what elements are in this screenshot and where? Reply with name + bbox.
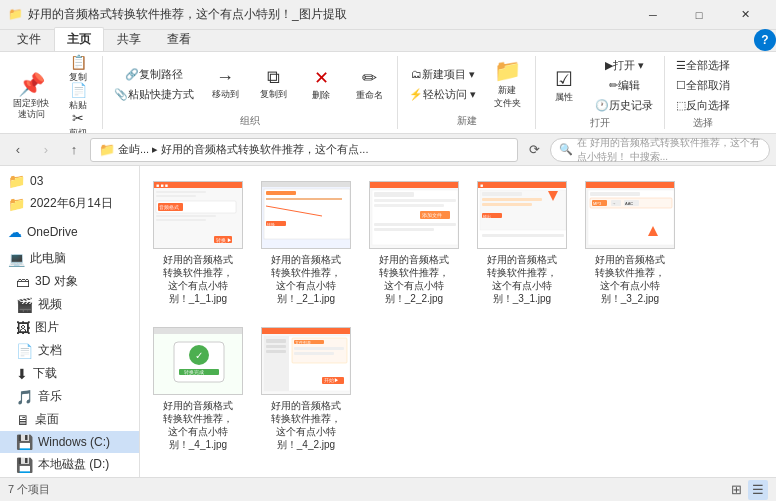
- organize-label: 组织: [109, 112, 391, 130]
- tab-home[interactable]: 主页: [54, 27, 104, 51]
- sidebar-item-thispc[interactable]: 💻 此电脑: [0, 247, 139, 270]
- newfolder-button[interactable]: 📁 新建文件夹: [485, 56, 529, 112]
- svg-rect-24: [374, 199, 456, 202]
- sidebar-item-onedrive[interactable]: ☁ OneDrive: [0, 221, 139, 243]
- properties-button[interactable]: ☑ 属性: [542, 57, 586, 113]
- sidebar-item-video[interactable]: 🎬 视频: [0, 293, 139, 316]
- search-box[interactable]: 🔍 在 好用的音频格式转换软件推荐，这个有点小特别！ 中搜索...: [550, 138, 770, 162]
- easyaccess-button[interactable]: ⚡ 轻松访问 ▾: [404, 85, 481, 103]
- openfile-button[interactable]: ▶ 打开 ▾: [590, 56, 658, 74]
- file-item-6[interactable]: ✓ 转换完成 好用的音频格式转换软件推荐，这个有点小特别！_4_1.jpg: [148, 320, 248, 458]
- svg-rect-40: [482, 234, 564, 237]
- svg-text:转换 ▶: 转换 ▶: [216, 237, 232, 243]
- tab-file[interactable]: 文件: [4, 27, 54, 51]
- file-item-5[interactable]: MP3 → AAC 好用的音频格式转换软件推荐，这个有点小特别！_3_2.jpg: [580, 174, 680, 312]
- folder-icon-03: 📁: [8, 173, 25, 189]
- svg-rect-64: [266, 339, 286, 343]
- svg-text:输出: 输出: [483, 214, 491, 219]
- file-item-2[interactable]: 转换 好用的音频格式转换软件推荐，这个有点小特别！_2_1.jpg: [256, 174, 356, 312]
- svg-text:文件列表: 文件列表: [295, 340, 311, 345]
- pasteshortcut-label: 粘贴快捷方式: [128, 87, 194, 102]
- close-button[interactable]: ✕: [722, 0, 768, 30]
- sidebar-item-3d[interactable]: 🗃 3D 对象: [0, 270, 139, 293]
- invertselect-button[interactable]: ⬚ 反向选择: [671, 96, 735, 114]
- selectnone-button[interactable]: ☐ 全部取消: [671, 76, 735, 94]
- selectnone-label: 全部取消: [686, 78, 730, 93]
- file-item-4[interactable]: ■ 输出 好用的音频格式转换软件推荐，这个有点小特别！_3_1.jpg: [472, 174, 572, 312]
- easyaccess-label: 轻松访问 ▾: [423, 87, 476, 102]
- rename-icon: ✏: [362, 67, 377, 89]
- file-item-7[interactable]: 文件列表 开始▶ 好用的音频格式转换软件推荐，这个有点小特别！_4_2.jpg: [256, 320, 356, 458]
- sidebar-label-music: 音乐: [38, 388, 62, 405]
- view-icon-grid[interactable]: ⊞: [726, 480, 746, 500]
- locald-icon: 💾: [16, 457, 33, 473]
- view-icon-list[interactable]: ☰: [748, 480, 768, 500]
- pasteshortcut-button[interactable]: 📎 粘贴快捷方式: [109, 85, 199, 103]
- file-item-1[interactable]: ■ ■ ■ 音频格式 转换 ▶ 好用的音频格式转换软件推荐，这个有点小特别！_1…: [148, 174, 248, 312]
- cut-icon: ✂: [72, 111, 84, 125]
- file-name-4: 好用的音频格式转换软件推荐，这个有点小特别！_3_1.jpg: [487, 253, 557, 305]
- title-bar: 📁 好用的音频格式转换软件推荐，这个有点小特别！_图片提取 ─ □ ✕: [0, 0, 776, 30]
- sidebar-label-video: 视频: [38, 296, 62, 313]
- moveto-label: 移动到: [212, 88, 239, 101]
- sidebar-item-2022[interactable]: 📁 2022年6月14日: [0, 192, 139, 215]
- up-button[interactable]: ↑: [62, 138, 86, 162]
- address-field[interactable]: 📁 金屿... ▸ 好用的音频格式转换软件推荐，这个有点...: [90, 138, 518, 162]
- pin-label: 固定到快速访问: [13, 98, 49, 120]
- sidebar-item-desktop[interactable]: 🖥 桌面: [0, 408, 139, 431]
- winc-icon: 💾: [16, 434, 33, 450]
- sidebar-label-docs: 文档: [38, 342, 62, 359]
- copyto-button[interactable]: ⧉ 复制到: [251, 56, 295, 112]
- file-area: ■ ■ ■ 音频格式 转换 ▶ 好用的音频格式转换软件推荐，这个有点小特别！_1…: [140, 166, 776, 477]
- edit-button[interactable]: ✏ 编辑: [590, 76, 658, 94]
- help-button[interactable]: ?: [754, 29, 776, 51]
- sidebar-item-winc[interactable]: 💾 Windows (C:): [0, 431, 139, 453]
- back-button[interactable]: ‹: [6, 138, 30, 162]
- sidebar-item-pictures[interactable]: 🖼 图片: [0, 316, 139, 339]
- sidebar-item-downloads[interactable]: ⬇ 下载: [0, 362, 139, 385]
- svg-rect-35: [482, 198, 542, 201]
- sidebar-item-03[interactable]: 📁 03: [0, 170, 139, 192]
- svg-text:MP3: MP3: [593, 201, 602, 206]
- file-name-7: 好用的音频格式转换软件推荐，这个有点小特别！_4_2.jpg: [271, 399, 341, 451]
- moveto-button[interactable]: → 移动到: [203, 56, 247, 112]
- maximize-button[interactable]: □: [676, 0, 722, 30]
- tab-view[interactable]: 查看: [154, 27, 204, 51]
- onedrive-icon: ☁: [8, 224, 22, 240]
- copy-button[interactable]: 📋 复制: [60, 56, 96, 82]
- open-buttons: ☑ 属性 ▶ 打开 ▾ ✏ 编辑 🕐 历史记录: [542, 56, 658, 114]
- svg-rect-71: [294, 352, 334, 355]
- folder-icon-2022: 📁: [8, 196, 25, 212]
- desktop-icon: 🖥: [16, 412, 30, 428]
- pin-button[interactable]: 📌 固定到快速访问: [6, 69, 56, 125]
- address-path: 金屿... ▸ 好用的音频格式转换软件推荐，这个有点...: [118, 142, 368, 157]
- ribbon-group-clipboard: 📌 固定到快速访问 📋 复制 📄 粘贴 ✂ 剪切 剪贴板: [0, 56, 103, 129]
- delete-button[interactable]: ✕ 删除: [299, 56, 343, 112]
- cut-label: 剪切: [69, 127, 87, 135]
- svg-text:✓: ✓: [195, 350, 203, 361]
- refresh-button[interactable]: ⟳: [522, 138, 546, 162]
- sidebar-label-thispc: 此电脑: [30, 250, 66, 267]
- rename-button[interactable]: ✏ 重命名: [347, 56, 391, 112]
- svg-text:转换: 转换: [267, 222, 275, 227]
- tab-share[interactable]: 共享: [104, 27, 154, 51]
- newitem-button[interactable]: 🗂 新建项目 ▾: [404, 65, 481, 83]
- cut-button[interactable]: ✂ 剪切: [60, 112, 96, 134]
- file-thumb-6: ✓ 转换完成: [153, 327, 243, 395]
- svg-rect-25: [374, 204, 444, 207]
- selectall-button[interactable]: ☰ 全部选择: [671, 56, 735, 74]
- open-icon: ▶: [605, 59, 613, 72]
- paste-button[interactable]: 📄 粘贴: [60, 84, 96, 110]
- history-button[interactable]: 🕐 历史记录: [590, 96, 658, 114]
- sidebar-item-locald[interactable]: 💾 本地磁盘 (D:): [0, 453, 139, 476]
- sidebar-item-docs[interactable]: 📄 文档: [0, 339, 139, 362]
- file-item-3[interactable]: 添加文件 好用的音频格式转换软件推荐，这个有点小特别！_2_2.jpg: [364, 174, 464, 312]
- file-name-3: 好用的音频格式转换软件推荐，这个有点小特别！_2_2.jpg: [379, 253, 449, 305]
- sidebar-item-music[interactable]: 🎵 音乐: [0, 385, 139, 408]
- forward-button[interactable]: ›: [34, 138, 58, 162]
- svg-rect-61: [262, 327, 350, 334]
- copypath-button[interactable]: 🔗 复制路径: [109, 65, 199, 83]
- minimize-button[interactable]: ─: [630, 0, 676, 30]
- file-name-6: 好用的音频格式转换软件推荐，这个有点小特别！_4_1.jpg: [163, 399, 233, 451]
- sidebar-label-03: 03: [30, 174, 43, 188]
